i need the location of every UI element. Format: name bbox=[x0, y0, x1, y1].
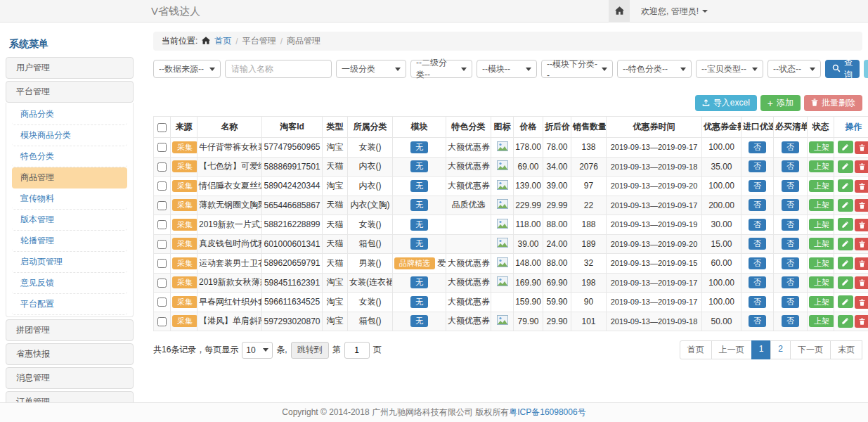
delete-button[interactable] bbox=[855, 257, 868, 270]
filter-select[interactable]: --模块-- bbox=[477, 60, 537, 78]
filter-select[interactable]: --二级分类-- bbox=[410, 60, 472, 78]
page-number-input[interactable] bbox=[344, 342, 370, 359]
import-select-toggle[interactable]: 否 bbox=[749, 199, 766, 211]
edit-button[interactable] bbox=[838, 141, 853, 153]
must-buy-toggle[interactable]: 否 bbox=[782, 219, 799, 231]
must-buy-toggle[interactable]: 否 bbox=[782, 296, 799, 308]
status-badge[interactable]: 上架 bbox=[809, 141, 834, 153]
delete-button[interactable] bbox=[855, 199, 868, 212]
row-checkbox[interactable] bbox=[157, 259, 167, 268]
pager-item[interactable]: 末页 bbox=[830, 340, 862, 359]
filter-select[interactable]: --状态-- bbox=[767, 60, 821, 78]
import-select-toggle[interactable]: 否 bbox=[749, 219, 766, 231]
delete-button[interactable] bbox=[855, 238, 868, 250]
edit-button[interactable] bbox=[838, 315, 853, 328]
page-size-select[interactable]: 10 bbox=[242, 342, 273, 359]
sidebar-subitem[interactable]: 启动页管理 bbox=[12, 252, 127, 273]
status-badge[interactable]: 上架 bbox=[809, 160, 834, 172]
row-checkbox[interactable] bbox=[157, 143, 167, 152]
status-badge[interactable]: 上架 bbox=[809, 296, 834, 308]
user-menu[interactable]: 欢迎您, 管理员! bbox=[641, 6, 708, 18]
filter-select[interactable]: 一级分类 bbox=[336, 60, 406, 78]
status-badge[interactable]: 上架 bbox=[809, 219, 834, 231]
sidebar-subitem[interactable]: 意见反馈 bbox=[12, 273, 127, 294]
delete-button[interactable] bbox=[855, 276, 868, 289]
edit-button[interactable] bbox=[838, 238, 853, 250]
select-all-checkbox[interactable] bbox=[157, 123, 167, 132]
add-button[interactable]: + 添加 bbox=[760, 95, 801, 111]
status-badge[interactable]: 上架 bbox=[809, 199, 834, 211]
sidebar-subitem[interactable]: 商品分类 bbox=[12, 104, 127, 125]
pager-item[interactable]: 下一页 bbox=[790, 340, 831, 359]
must-buy-toggle[interactable]: 否 bbox=[782, 315, 799, 327]
import-select-toggle[interactable]: 否 bbox=[749, 160, 766, 172]
delete-button[interactable] bbox=[855, 160, 868, 173]
sidebar-subitem[interactable]: 版本管理 bbox=[12, 210, 127, 231]
breadcrumb-home-link[interactable]: 首页 bbox=[214, 35, 231, 47]
row-checkbox[interactable] bbox=[157, 279, 167, 288]
icp-link[interactable]: 粤ICP备16098006号 bbox=[509, 407, 585, 417]
import-select-toggle[interactable]: 否 bbox=[749, 141, 766, 153]
import-excel-button[interactable]: 导入excel bbox=[695, 95, 757, 111]
row-checkbox[interactable] bbox=[157, 162, 167, 172]
row-checkbox[interactable] bbox=[157, 201, 167, 210]
sidebar-subitem[interactable]: 特色分类 bbox=[12, 146, 127, 167]
import-select-toggle[interactable]: 否 bbox=[749, 296, 766, 308]
edit-button[interactable] bbox=[838, 179, 853, 192]
must-buy-toggle[interactable]: 否 bbox=[782, 199, 799, 211]
status-badge[interactable]: 上架 bbox=[809, 257, 834, 269]
delete-button[interactable] bbox=[855, 219, 868, 231]
filter-select[interactable]: --特色分类-- bbox=[617, 60, 692, 78]
filter-select[interactable]: --宝贝类型-- bbox=[696, 60, 763, 78]
status-badge[interactable]: 上架 bbox=[809, 238, 834, 250]
delete-button[interactable] bbox=[855, 180, 868, 193]
row-checkbox[interactable] bbox=[157, 220, 167, 229]
reset-button[interactable]: 重置 bbox=[864, 60, 868, 78]
filter-select[interactable]: --模块下分类-- bbox=[541, 60, 613, 78]
must-buy-toggle[interactable]: 否 bbox=[782, 276, 799, 288]
row-checkbox[interactable] bbox=[157, 317, 167, 326]
sidebar-subitem[interactable]: 商品管理 bbox=[12, 167, 127, 188]
must-buy-toggle[interactable]: 否 bbox=[782, 141, 799, 153]
pager-item[interactable]: 上一页 bbox=[711, 340, 752, 359]
must-buy-toggle[interactable]: 否 bbox=[782, 257, 799, 269]
sidebar-subitem[interactable]: 平台配置 bbox=[12, 294, 127, 315]
sidebar-subitem[interactable]: 宣传物料 bbox=[12, 188, 127, 210]
search-button[interactable]: 查询 bbox=[825, 60, 860, 78]
pager-item[interactable]: 2 bbox=[770, 340, 791, 359]
pager-item[interactable]: 首页 bbox=[680, 340, 712, 359]
sidebar-item-group[interactable]: 省惠快报 bbox=[6, 343, 134, 365]
edit-button[interactable] bbox=[838, 257, 853, 269]
edit-button[interactable] bbox=[838, 218, 853, 231]
pager-item[interactable]: 1 bbox=[751, 340, 772, 359]
edit-button[interactable] bbox=[838, 199, 853, 212]
delete-button[interactable] bbox=[855, 141, 868, 154]
sidebar-subitem[interactable]: 轮播管理 bbox=[12, 231, 127, 252]
must-buy-toggle[interactable]: 否 bbox=[782, 180, 799, 192]
sidebar-item-user-mgmt[interactable]: 用户管理 bbox=[6, 57, 134, 79]
status-badge[interactable]: 上架 bbox=[809, 276, 834, 288]
sidebar-item-group[interactable]: 消息管理 bbox=[6, 367, 134, 389]
row-checkbox[interactable] bbox=[157, 181, 167, 191]
must-buy-toggle[interactable]: 否 bbox=[782, 238, 799, 250]
home-button[interactable] bbox=[609, 0, 630, 23]
filter-select-source[interactable]: --数据来源-- bbox=[153, 60, 221, 78]
batch-delete-button[interactable]: 批量删除 bbox=[804, 95, 862, 111]
import-select-toggle[interactable]: 否 bbox=[749, 238, 766, 250]
edit-button[interactable] bbox=[838, 276, 853, 289]
sidebar-subitem[interactable]: 模块商品分类 bbox=[12, 125, 127, 146]
name-search-input[interactable] bbox=[225, 60, 332, 78]
status-badge[interactable]: 上架 bbox=[809, 315, 834, 327]
jump-button[interactable]: 跳转到 bbox=[291, 342, 329, 359]
row-checkbox[interactable] bbox=[157, 240, 167, 249]
import-select-toggle[interactable]: 否 bbox=[749, 315, 766, 327]
import-select-toggle[interactable]: 否 bbox=[749, 276, 766, 288]
sidebar-item-platform-mgmt[interactable]: 平台管理 bbox=[6, 81, 134, 103]
delete-button[interactable] bbox=[855, 315, 868, 328]
edit-button[interactable] bbox=[838, 160, 853, 173]
sidebar-item-group[interactable]: 拼团管理 bbox=[6, 319, 134, 341]
must-buy-toggle[interactable]: 否 bbox=[782, 160, 799, 172]
status-badge[interactable]: 上架 bbox=[809, 180, 834, 192]
delete-button[interactable] bbox=[855, 296, 868, 309]
row-checkbox[interactable] bbox=[157, 298, 167, 307]
